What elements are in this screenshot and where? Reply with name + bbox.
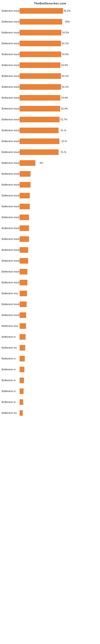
bar-fill — [20, 323, 26, 329]
bar-label: Bottleneck result — [1, 248, 20, 251]
bar-fill: 51.% — [20, 149, 59, 155]
bar-row: Bottleneck result — [1, 268, 99, 276]
bar-label: Bottleneck result — [1, 20, 20, 23]
bar-row: Bottleneck result — [1, 170, 99, 178]
bar-label: Bottleneck result — [1, 270, 20, 273]
bar-value: 53.4% — [61, 107, 68, 110]
bar-row: Bottleneck result52.% — [1, 138, 99, 145]
bar-row: Bottleneck result — [1, 279, 99, 286]
bar-container — [20, 312, 99, 318]
bar-container — [20, 247, 99, 253]
bar-label: Bottleneck result — [1, 205, 20, 208]
bar-row: Bottleneck result — [1, 181, 99, 188]
bar-label: Bottleneck re — [1, 390, 20, 393]
bar-label: Bottleneck result — [1, 129, 20, 132]
bar-row: Bottleneck result55.2% — [1, 7, 99, 15]
bar-container: 54.1% — [20, 84, 99, 90]
bar-label: Bottleneck result — [1, 260, 20, 262]
bar-fill — [20, 247, 28, 253]
bar-container — [20, 269, 99, 274]
bar-fill — [20, 236, 29, 242]
bar-container: 54.3% — [20, 52, 99, 57]
bar-row: Bottleneck res — [1, 409, 99, 417]
bar-container: 51.% — [20, 149, 99, 155]
bar-container: 52.7% — [20, 117, 99, 122]
bar-fill — [20, 204, 30, 209]
bar-container — [20, 214, 99, 220]
bar-row: Bottleneck result53.6% — [1, 62, 99, 69]
bar-container — [20, 258, 99, 264]
bar-fill: 52.% — [20, 138, 59, 144]
bar-container — [20, 302, 99, 307]
bar-fill — [20, 388, 24, 394]
bar-container — [20, 378, 99, 383]
bar-container — [20, 236, 99, 242]
bar-fill — [20, 378, 24, 383]
bar-label: Bottleneck result — [1, 96, 20, 99]
bar-fill — [20, 312, 26, 318]
bar-fill — [20, 182, 31, 188]
bar-fill: 52.7% — [20, 117, 60, 122]
bar-container: 54.1% — [20, 41, 99, 46]
bar-fill — [20, 226, 29, 231]
bar-value: 55% — [65, 20, 70, 23]
bar-label: Bottleneck result — [1, 172, 20, 175]
bar-fill: 4% — [20, 160, 35, 166]
bar-fill: 54.1% — [20, 84, 61, 90]
bar-container — [20, 204, 99, 209]
bar-container: 55.2% — [20, 8, 99, 14]
bar-container: 53.6% — [20, 95, 99, 100]
bar-fill — [20, 399, 23, 405]
bar-fill: 53.6% — [20, 62, 60, 68]
bar-label: Bottleneck result — [1, 107, 20, 110]
bar-label: Bottleneck re — [1, 357, 20, 360]
bar-fill — [20, 334, 26, 340]
bar-row: Bottleneck result — [1, 246, 99, 254]
bar-value: 51.% — [61, 129, 66, 132]
bar-row: Bottleneck result54.1% — [1, 40, 99, 47]
bar-container — [20, 410, 99, 416]
bar-label: Bottleneck result — [1, 162, 20, 164]
bar-fill: 54.1% — [20, 73, 61, 79]
bar-label: Bottleneck result — [1, 75, 20, 78]
bar-value: 54.3% — [62, 53, 69, 56]
bar-label: Bottleneck result — [1, 194, 20, 197]
bar-fill: 53.4% — [20, 106, 60, 112]
bar-row: Bottleneck re — [1, 333, 99, 341]
bar-label: Bottleneck result — [1, 281, 20, 284]
bar-row: Bottleneck result4% — [1, 159, 99, 167]
bar-value: 54.5% — [62, 31, 69, 34]
bar-row: Bottleneck resu — [1, 290, 99, 297]
bar-fill: 55.2% — [20, 8, 63, 14]
bar-value: 53.6% — [61, 96, 68, 99]
bar-container: 4% — [20, 160, 99, 166]
bar-row: Bottleneck result52.7% — [1, 116, 99, 123]
bar-value: 52.% — [62, 140, 67, 143]
site-title: TheBottlenecker.com — [0, 0, 100, 6]
bar-fill — [20, 345, 25, 350]
bar-fill — [20, 269, 27, 274]
bar-container: 54.1% — [20, 73, 99, 79]
bar-label: Bottleneck result — [1, 303, 20, 306]
bar-fill — [20, 302, 27, 307]
bar-container — [20, 171, 99, 177]
bar-label: Bottleneck res — [1, 346, 20, 349]
bar-label: Bottleneck result — [1, 151, 20, 154]
bar-fill: 55% — [20, 19, 62, 24]
bar-row: Bottleneck re — [1, 388, 99, 395]
bar-label: Bottleneck result — [1, 64, 20, 66]
bar-fill — [20, 410, 23, 416]
bar-label: Bottleneck re — [1, 401, 20, 404]
bar-fill: 53.6% — [20, 95, 60, 100]
bar-label: Bottleneck result — [1, 86, 20, 88]
bar-label: Bottleneck re — [1, 368, 20, 371]
bar-row: Bottleneck result — [1, 203, 99, 210]
bar-fill — [20, 193, 30, 198]
bar-container — [20, 345, 99, 350]
bar-row: Bottleneck result55% — [1, 18, 99, 26]
bar-value: 53.6% — [61, 64, 68, 66]
bar-fill: 54.5% — [20, 30, 61, 36]
bar-row: Bottleneck result — [1, 300, 99, 308]
bar-container — [20, 280, 99, 285]
bar-label: Bottleneck resu — [1, 292, 20, 295]
